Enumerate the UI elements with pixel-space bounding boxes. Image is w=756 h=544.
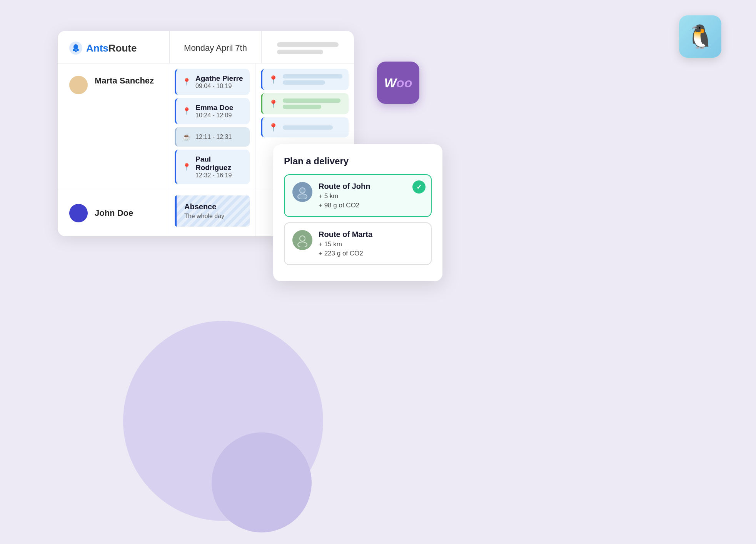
logo-route: Route (108, 42, 137, 54)
event-emma[interactable]: 📍 Emma Doe 10:24 - 12:09 (175, 98, 250, 124)
logo-area: AntsRoute (58, 31, 169, 63)
svg-point-2 (73, 49, 75, 51)
right-placeholder-3 (283, 125, 333, 130)
right-placeholder-2 (283, 98, 340, 109)
pin-icon-emma: 📍 (182, 107, 191, 115)
event-time-break: 12:11 - 12:31 (195, 133, 232, 140)
pin-icon-paul: 📍 (182, 163, 191, 171)
woo-text: Woo (384, 75, 412, 90)
route-name-marta: Route of Marta (319, 230, 372, 239)
event-details-break: 12:11 - 12:31 (195, 133, 232, 140)
absence-cell-john: Absence The whole day (169, 190, 255, 236)
right-placeholder-1 (283, 74, 342, 85)
event-details-agathe: Agathe Pierre 09:04 - 10:19 (195, 74, 243, 90)
avatar-marta-route (292, 230, 312, 250)
absence-title: Absence (184, 202, 242, 211)
panel-title: Plan a delivery (284, 156, 432, 167)
svg-point-8 (298, 194, 307, 199)
event-time-emma: 10:24 - 12:09 (195, 112, 233, 119)
route-info-john: Route of John + 5 km + 98 g of CO2 (319, 182, 370, 209)
agent-cell-john: John Doe (58, 190, 169, 236)
col3-header (262, 31, 354, 63)
route-card-john[interactable]: Route of John + 5 km + 98 g of CO2 ✓ (284, 174, 432, 217)
event-details-emma: Emma Doe 10:24 - 12:09 (195, 103, 233, 119)
agent-cell-marta: Marta Sanchez (58, 63, 169, 190)
right-event-3[interactable]: 📍 (261, 117, 349, 137)
route-co2-marta: + 223 g of CO2 (319, 250, 372, 257)
absence-block: Absence The whole day (175, 195, 250, 227)
woo-oo: oo (396, 75, 412, 90)
puffin-emoji: 🐧 (686, 23, 715, 50)
event-name-paul: Paul Rodriguez (195, 155, 244, 172)
svg-point-7 (300, 188, 305, 193)
event-name-agathe: Agathe Pierre (195, 74, 243, 83)
route-km-john: + 5 km (319, 192, 370, 200)
rp-bar-2a (283, 98, 340, 103)
rp-bar-3a (283, 125, 333, 130)
avatar-marta (69, 76, 88, 94)
avatar-john (69, 204, 88, 222)
date-label: Monday April 7th (184, 43, 247, 53)
event-details-paul: Paul Rodriguez 12:32 - 16:19 (195, 155, 244, 179)
location-icon-1: 📍 (269, 75, 278, 84)
route-info-marta: Route of Marta + 15 km + 223 g of CO2 (319, 230, 372, 257)
route-card-marta[interactable]: Route of Marta + 15 km + 223 g of CO2 (284, 222, 432, 265)
svg-point-12 (298, 242, 307, 247)
event-agathe[interactable]: 📍 Agathe Pierre 09:04 - 10:19 (175, 69, 250, 95)
logo-ants: Ants (86, 42, 108, 54)
right-event-1[interactable]: 📍 (261, 69, 349, 90)
rp-bar-1a (283, 74, 342, 78)
svg-point-3 (77, 49, 79, 51)
route-km-marta: + 15 km (319, 240, 372, 248)
avatar-john-route (292, 182, 312, 202)
delivery-panel: Plan a delivery Route of John + 5 km + 9… (273, 144, 442, 281)
event-time-agathe: 09:04 - 10:19 (195, 83, 243, 90)
break-icon: ☕ (182, 133, 191, 141)
event-time-paul: 12:32 - 16:19 (195, 172, 244, 179)
agent-name-marta: Marta Sanchez (95, 76, 154, 86)
absence-subtitle: The whole day (184, 213, 242, 220)
events-cell-marta: 📍 Agathe Pierre 09:04 - 10:19 📍 Emma Doe… (169, 63, 255, 190)
event-name-emma: Emma Doe (195, 103, 233, 112)
svg-point-4 (75, 50, 77, 52)
location-icon-3: 📍 (269, 123, 278, 132)
logo-text: AntsRoute (86, 42, 137, 54)
check-badge-john: ✓ (412, 180, 426, 194)
header-placeholder (277, 42, 339, 54)
event-break[interactable]: ☕ 12:11 - 12:31 (175, 127, 250, 147)
date-header: Monday April 7th (169, 31, 262, 63)
pin-icon-agathe: 📍 (182, 78, 191, 86)
rp-bar-1b (283, 80, 325, 85)
event-paul[interactable]: 📍 Paul Rodriguez 12:32 - 16:19 (175, 150, 250, 184)
route-co2-john: + 98 g of CO2 (319, 202, 370, 209)
puffin-badge: 🐧 (679, 15, 721, 58)
svg-point-1 (73, 44, 78, 50)
right-event-2[interactable]: 📍 (261, 93, 349, 114)
location-icon-2: 📍 (269, 99, 278, 108)
rp-bar-2b (283, 105, 321, 109)
svg-point-11 (300, 236, 305, 241)
route-name-john: Route of John (319, 182, 370, 191)
placeholder-bar-1 (277, 42, 339, 47)
agent-name-john: John Doe (95, 208, 133, 218)
bg-circle-small (212, 432, 312, 532)
placeholder-bar-2 (277, 50, 323, 54)
woocommerce-badge: Woo (377, 62, 419, 104)
schedule-header: AntsRoute Monday April 7th (58, 31, 354, 63)
antsroute-logo-icon (69, 42, 82, 55)
